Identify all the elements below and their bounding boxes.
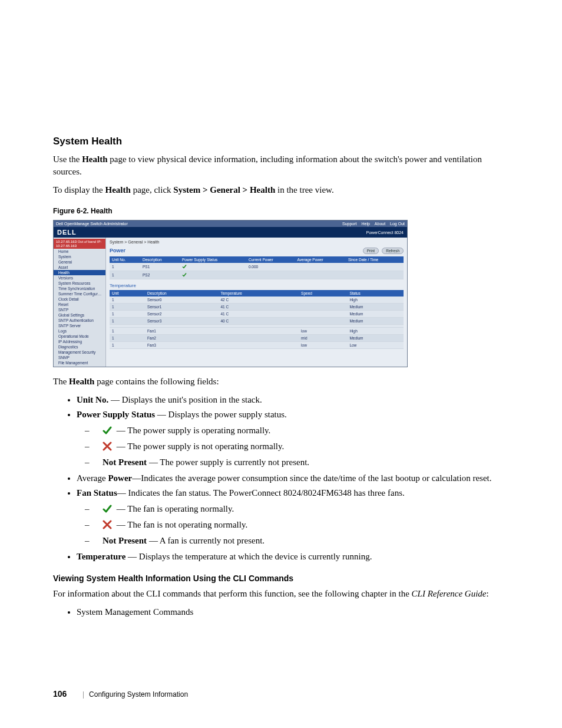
field-name: Not Present — [103, 536, 147, 545]
text-bold: Health — [82, 154, 107, 164]
list-item: Unit No. — Displays the unit's position … — [77, 394, 509, 406]
text-bold: Health — [105, 185, 131, 195]
intro-para-1: Use the Health page to view physical dev… — [53, 153, 509, 178]
col-status: Status — [347, 290, 404, 297]
col-current: Current Power — [246, 256, 295, 263]
figure-caption: Figure 6-2. Health — [53, 207, 509, 215]
text: To display the — [53, 185, 105, 195]
col-pss: Power Supply Status — [180, 256, 246, 263]
field-name: Temperature — [77, 552, 125, 561]
nav-item[interactable]: Summer Time Configuration — [54, 291, 105, 297]
text: page contains the following fields: — [94, 377, 219, 386]
footer-separator — [83, 691, 84, 699]
nav-item[interactable]: SNMP — [54, 355, 105, 360]
mock-titlebar: Dell OpenManage Switch Administrator Sup… — [54, 220, 407, 227]
link-help[interactable]: Help — [361, 222, 369, 226]
nav-item[interactable]: IP Addressing — [54, 339, 105, 344]
text: : — [487, 589, 489, 598]
text: page to view physical device information… — [53, 154, 482, 176]
link-logout[interactable]: Log Out — [390, 222, 405, 226]
col-desc: Description — [140, 256, 180, 263]
list-item: — The fan is operating normally. — [103, 503, 509, 515]
fields-list: Unit No. — Displays the unit's position … — [53, 394, 509, 563]
mock-brandbar: DELL PowerConnect 8024 — [54, 227, 407, 238]
text: in the tree view. — [275, 185, 333, 195]
check-ok-icon — [182, 264, 187, 269]
refresh-button[interactable]: Refresh — [382, 248, 404, 254]
fields-intro: The Health page contains the following f… — [53, 375, 509, 388]
nav-item[interactable]: SNTP Authentication — [54, 318, 105, 323]
page-footer: 106 Configuring System Information — [53, 689, 188, 699]
nav-item[interactable]: Clock Detail — [54, 297, 105, 302]
nav-item[interactable]: System — [54, 254, 105, 259]
nav-item[interactable]: SNTP Server — [54, 323, 105, 328]
col-avg: Average Power — [295, 256, 345, 263]
link-about[interactable]: About — [375, 222, 385, 226]
table-row: 1Sensor042 CHigh — [110, 297, 404, 304]
field-name: Unit No. — [77, 395, 108, 404]
text-bold: Health — [69, 377, 94, 386]
text: Average — [77, 473, 108, 483]
text: The — [53, 377, 69, 386]
text: page, click — [131, 185, 173, 195]
check-ok-icon — [103, 426, 112, 435]
field-desc: — Displays the power supply status. — [155, 410, 287, 419]
nav-item[interactable]: Diagnostics — [54, 344, 105, 350]
table-row: 1Fan2midMedium — [110, 335, 404, 342]
nav-item[interactable]: Home — [54, 249, 105, 254]
list-item: — The fan is not operating normally. — [103, 519, 509, 531]
nav-path: System > General > Health — [173, 185, 275, 195]
table-row: 1 PS1 0.000 — [110, 263, 404, 271]
section-title: System Health — [53, 136, 509, 147]
intro-para-2: To display the Health page, click System… — [53, 184, 509, 196]
field-name: Fan Status — [77, 488, 117, 498]
nav-item[interactable]: Logs — [54, 328, 105, 334]
field-desc: —Indicates the average power consumption… — [132, 473, 491, 483]
field-name: Power Supply Status — [77, 410, 155, 419]
nav-item[interactable]: Reset — [54, 302, 105, 307]
nav-item[interactable]: SNTP — [54, 307, 105, 312]
cli-para: For information about the CLI commands t… — [53, 588, 509, 600]
list-item: — The power supply is not operating norm… — [103, 440, 509, 453]
nav-item[interactable]: Time Synchronization — [54, 286, 105, 291]
table-row: 1Fan1lowHigh — [110, 328, 404, 335]
nav-item[interactable]: Operational Mode — [54, 334, 105, 339]
link-support[interactable]: Support — [342, 222, 357, 226]
power-table: Unit No. Description Power Supply Status… — [110, 256, 404, 279]
list-item: Not Present — A fan is currently not pre… — [103, 535, 509, 547]
print-button[interactable]: Print — [363, 248, 379, 254]
list-item: System Management Commands — [77, 606, 509, 618]
nav-header: 10.27.65.163 Out of band IP: 10.27.65.16… — [54, 239, 105, 249]
nav-item[interactable]: Versions — [54, 275, 105, 281]
nav-item[interactable]: Management Security — [54, 350, 105, 355]
sublist: — The fan is operating normally. — The f… — [77, 503, 509, 547]
nav-item-health[interactable]: Health — [54, 270, 105, 275]
nav-item[interactable]: System Resources — [54, 281, 105, 286]
field-desc: — Displays the unit's position in the st… — [108, 395, 262, 404]
nav-item[interactable]: File Management — [54, 360, 105, 365]
nav-item[interactable]: General — [54, 259, 105, 265]
text: — The power supply is currently not pres… — [147, 457, 309, 467]
list-item: Fan Status— Indicates the fan status. Th… — [77, 487, 509, 547]
page-number: 106 — [53, 689, 67, 699]
field-name: Not Present — [103, 457, 147, 467]
text: — The power supply is operating normally… — [117, 426, 271, 435]
field-desc: — Displays the temperature at which the … — [125, 552, 372, 561]
list-item: Not Present — The power supply is curren… — [103, 456, 509, 469]
col-since: Since Date / Time — [346, 256, 404, 263]
temperature-table: Unit Description Temperature Speed Statu… — [110, 290, 404, 349]
col-speed: Speed — [299, 290, 347, 297]
col-desc: Description — [145, 290, 218, 297]
sublist: — The power supply is operating normally… — [77, 424, 509, 469]
text: — The fan is not operating normally. — [117, 520, 247, 529]
cross-fail-icon — [103, 442, 112, 451]
screenshot-health-page: Dell OpenManage Switch Administrator Sup… — [53, 220, 408, 367]
col-unit: Unit — [110, 290, 145, 297]
dell-logo: DELL — [57, 229, 77, 236]
window-links: Support Help About Log Out — [339, 222, 405, 226]
nav-item[interactable]: Asset — [54, 265, 105, 270]
nav-item[interactable]: Global Settings — [54, 312, 105, 318]
mock-nav-tree[interactable]: 10.27.65.163 Out of band IP: 10.27.65.16… — [54, 238, 106, 367]
chapter-title: Configuring System Information — [89, 690, 188, 699]
field-name: Power — [108, 473, 132, 483]
